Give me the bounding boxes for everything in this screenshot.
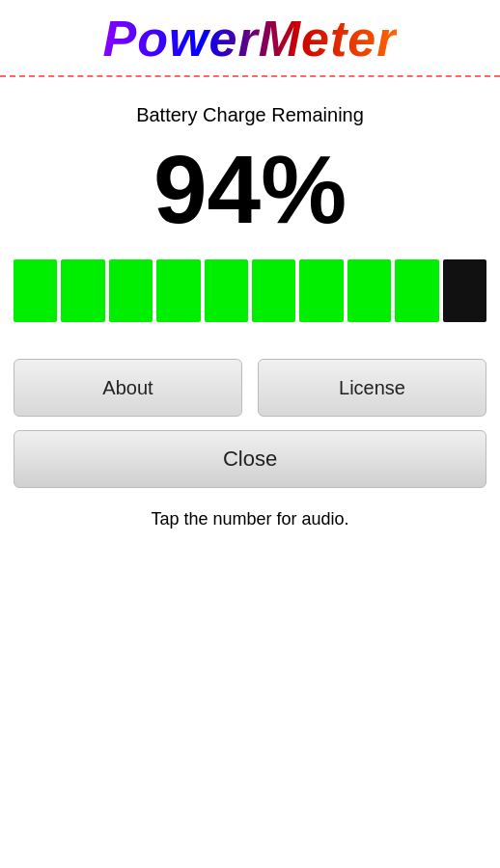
battery-cell-7 — [299, 259, 343, 322]
action-buttons-row: About License — [14, 359, 486, 417]
battery-cell-1 — [14, 259, 57, 322]
close-button[interactable]: Close — [14, 430, 486, 488]
battery-cell-9 — [395, 259, 438, 322]
about-button[interactable]: About — [14, 359, 242, 417]
battery-cell-8 — [347, 259, 391, 322]
battery-cell-10 — [443, 259, 486, 322]
battery-label: Battery Charge Remaining — [136, 104, 364, 126]
battery-cell-2 — [61, 259, 104, 322]
battery-bar — [14, 259, 486, 322]
app-title: PowerMeter — [103, 10, 398, 68]
battery-cell-3 — [109, 259, 153, 322]
app-header: PowerMeter — [0, 0, 500, 77]
battery-cell-4 — [156, 259, 200, 322]
battery-cell-6 — [252, 259, 295, 322]
battery-percentage[interactable]: 94% — [153, 136, 347, 242]
battery-cell-5 — [205, 259, 248, 322]
license-button[interactable]: License — [258, 359, 486, 417]
tap-hint: Tap the number for audio. — [151, 509, 348, 529]
